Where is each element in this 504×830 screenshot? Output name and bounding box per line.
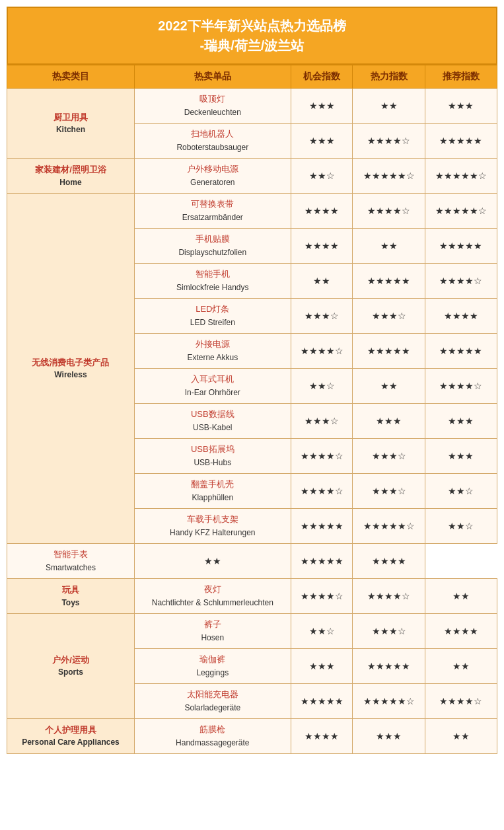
category-cell: 户外/运动Sports <box>7 613 135 718</box>
product-de: Ersatzarmbänder <box>139 211 287 224</box>
recommend-stars: ★★ <box>425 648 497 683</box>
product-cell: 夜灯Nachtlichter & Schlummerleuchten <box>134 578 291 613</box>
opportunity-stars: ★★★☆ <box>291 403 353 438</box>
product-cn: 太阳能充电器 <box>139 688 287 702</box>
header-heat: 热力指数 <box>353 65 425 89</box>
opportunity-stars: ★★ <box>134 543 291 578</box>
opportunity-stars: ★★★ <box>291 89 353 124</box>
product-cn: 筋膜枪 <box>139 723 287 737</box>
product-cn: 吸顶灯 <box>139 93 287 106</box>
category-cell: 无线消费电子类产品Wireless <box>7 193 135 543</box>
product-cell: 吸顶灯Deckenleuchten <box>134 89 291 124</box>
product-cn: USB数据线 <box>139 408 287 422</box>
product-cn: 智能手表 <box>11 548 130 562</box>
product-cn: USB拓展坞 <box>139 443 287 457</box>
heat-stars: ★★ <box>353 228 425 263</box>
category-en: Wireless <box>11 369 130 381</box>
product-cn: 翻盖手机壳 <box>139 478 287 492</box>
category-en: Kitchen <box>11 124 130 135</box>
product-cn: 手机贴膜 <box>139 233 287 246</box>
opportunity-stars: ★★★★☆ <box>291 438 353 473</box>
recommend-stars: ★★☆ <box>425 508 497 543</box>
product-de: LED Streifen <box>139 317 287 329</box>
product-de: Handy KFZ Halterungen <box>139 527 287 539</box>
recommend-stars: ★★★★☆ <box>425 263 497 298</box>
product-cn: 外接电源 <box>139 338 287 352</box>
product-cn: 可替换表带 <box>139 198 287 211</box>
product-cell: 裤子Hosen <box>134 613 291 648</box>
title-box: 2022下半年新兴站点热力选品榜 -瑞典/荷兰/波兰站 <box>7 7 497 65</box>
opportunity-stars: ★★★☆ <box>291 298 353 333</box>
product-cell: 外接电源Externe Akkus <box>134 333 291 368</box>
recommend-stars: ★★☆ <box>425 473 497 508</box>
product-cell: 入耳式耳机In-Ear Ohrhörer <box>134 368 291 403</box>
opportunity-stars: ★★★★★ <box>291 508 353 543</box>
product-cn: 入耳式耳机 <box>139 373 287 387</box>
opportunity-stars: ★★★★ <box>291 228 353 263</box>
opportunity-stars: ★★★★ <box>291 193 353 228</box>
category-cn: 无线消费电子类产品 <box>11 356 130 369</box>
heat-stars: ★★★★☆ <box>353 123 425 158</box>
heat-stars: ★★★★☆ <box>353 578 425 613</box>
recommend-stars: ★★★★ <box>425 298 497 333</box>
heat-stars: ★★★★★☆ <box>353 508 425 543</box>
opportunity-stars: ★★★★☆ <box>291 473 353 508</box>
product-de: Solarladegeräte <box>139 702 287 714</box>
category-en: Toys <box>11 597 130 609</box>
product-cn: 扫地机器人 <box>139 128 287 141</box>
heat-stars: ★★★★★ <box>353 333 425 368</box>
header-category: 热卖类目 <box>7 65 135 89</box>
product-de: Klapphüllen <box>139 492 287 504</box>
recommend-stars: ★★★★★ <box>425 123 497 158</box>
product-cell: 智能手表Smartwatches <box>7 543 135 578</box>
product-de: Handmassagegeräte <box>139 737 287 749</box>
recommend-stars: ★★★ <box>425 403 497 438</box>
category-cell: 个人护理用具Personal Care Appliances <box>7 718 135 753</box>
category-cn: 个人护理用具 <box>11 724 130 737</box>
category-en: Personal Care Appliances <box>11 736 130 748</box>
heat-stars: ★★★★★☆ <box>353 158 425 193</box>
product-de: Hosen <box>139 632 287 644</box>
header-recommend: 推荐指数 <box>425 65 497 89</box>
product-cn: 裤子 <box>139 618 287 632</box>
opportunity-stars: ★★★★☆ <box>291 578 353 613</box>
category-cn: 家装建材/照明卫浴 <box>11 163 130 176</box>
category-cn: 户外/运动 <box>11 654 130 667</box>
product-cell: 车载手机支架Handy KFZ Halterungen <box>134 508 291 543</box>
recommend-stars: ★★★★☆ <box>425 683 497 718</box>
product-de: Leggings <box>139 667 287 679</box>
product-cn: 智能手机 <box>139 268 287 282</box>
recommend-stars: ★★★★★ <box>425 228 497 263</box>
product-cell: 智能手机Simlockfreie Handys <box>134 263 291 298</box>
recommend-stars: ★★★★ <box>353 543 425 578</box>
category-cn: 玩具 <box>11 584 130 597</box>
product-cell: 太阳能充电器Solarladegeräte <box>134 683 291 718</box>
category-cell: 家装建材/照明卫浴Home <box>7 158 135 193</box>
heat-stars: ★★★☆ <box>353 438 425 473</box>
heat-stars: ★★★ <box>353 403 425 438</box>
recommend-stars: ★★★★★ <box>425 333 497 368</box>
product-cell: 可替换表带Ersatzarmbänder <box>134 193 291 228</box>
recommend-stars: ★★ <box>425 718 497 753</box>
opportunity-stars: ★★★★☆ <box>291 333 353 368</box>
product-de: In-Ear Ohrhörer <box>139 387 287 399</box>
category-en: Sports <box>11 666 130 678</box>
category-cell: 玩具Toys <box>7 578 135 613</box>
product-cn: 夜灯 <box>139 583 287 597</box>
opportunity-stars: ★★★ <box>291 123 353 158</box>
product-cell: 户外移动电源Generatoren <box>134 158 291 193</box>
product-de: Generatoren <box>139 176 287 189</box>
product-de: Deckenleuchten <box>139 106 287 119</box>
product-de: Displayschutzfolien <box>139 246 287 259</box>
header-product: 热卖单品 <box>134 65 291 89</box>
heat-stars: ★★★★★ <box>291 543 353 578</box>
opportunity-stars: ★★☆ <box>291 368 353 403</box>
heat-stars: ★★★★★☆ <box>353 683 425 718</box>
product-cn: LED灯条 <box>139 303 287 317</box>
product-de: Smartwatches <box>11 562 130 574</box>
heat-stars: ★★ <box>353 368 425 403</box>
main-table: 热卖类目 热卖单品 机会指数 热力指数 推荐指数 厨卫用具Kitchen吸顶灯D… <box>7 65 497 754</box>
opportunity-stars: ★★★★ <box>291 718 353 753</box>
product-cell: 筋膜枪Handmassagegeräte <box>134 718 291 753</box>
product-de: Nachtlichter & Schlummerleuchten <box>139 597 287 609</box>
